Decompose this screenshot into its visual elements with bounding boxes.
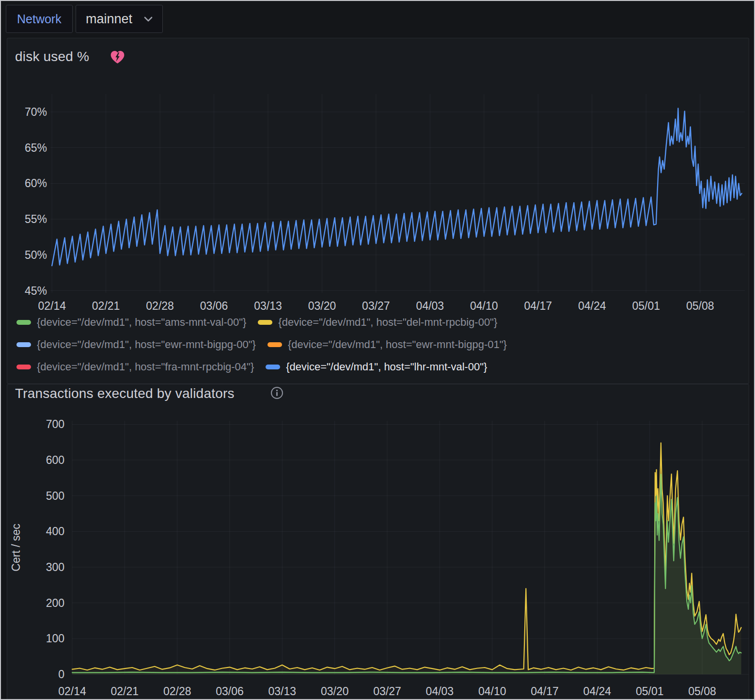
svg-text:03/13: 03/13 xyxy=(254,300,282,312)
legend-series-swatch xyxy=(16,365,31,369)
legend-series-swatch xyxy=(266,365,280,369)
svg-text:65%: 65% xyxy=(25,142,47,154)
legend-series-swatch xyxy=(258,320,272,325)
legend-item[interactable]: {device="/dev/md1", host="fra-mnt-rpcbig… xyxy=(16,359,254,375)
svg-text:03/20: 03/20 xyxy=(321,685,349,698)
svg-text:05/08: 05/08 xyxy=(688,685,716,698)
legend-series-label: {device="/dev/md1", host="ams-mnt-val-00… xyxy=(37,316,246,329)
network-variable-label[interactable]: Network xyxy=(6,5,73,33)
legend-series-label: {device="/dev/md1", host="fra-mnt-rpcbig… xyxy=(37,361,254,373)
svg-text:03/06: 03/06 xyxy=(216,685,244,698)
svg-text:02/21: 02/21 xyxy=(111,685,139,698)
legend-item[interactable]: {device="/dev/md1", host="lhr-mnt-val-00… xyxy=(266,359,487,375)
svg-text:05/01: 05/01 xyxy=(636,685,664,698)
legend-series-label: {device="/dev/md1", host="ewr-mnt-bigpg-… xyxy=(37,338,256,351)
svg-text:500: 500 xyxy=(46,490,64,502)
svg-text:400: 400 xyxy=(46,525,64,538)
panel-transactions: Transactions executed by validators 0100… xyxy=(7,384,749,700)
svg-text:04/03: 04/03 xyxy=(426,685,454,698)
disk-used-legend: {device="/dev/md1", host="ams-mnt-val-00… xyxy=(16,315,742,375)
legend-item[interactable]: {device="/dev/md1", host="del-mnt-rpcbig… xyxy=(258,315,497,330)
svg-text:02/14: 02/14 xyxy=(58,685,86,698)
variables-toolbar: Network mainnet xyxy=(1,1,754,38)
svg-text:Cert / sec: Cert / sec xyxy=(10,524,22,571)
svg-text:45%: 45% xyxy=(25,285,47,297)
svg-text:02/28: 02/28 xyxy=(146,300,174,312)
svg-text:55%: 55% xyxy=(25,213,47,225)
legend-series-swatch xyxy=(16,342,31,347)
svg-text:70%: 70% xyxy=(25,106,47,118)
legend-item[interactable]: {device="/dev/md1", host="ewr-mnt-bigpg-… xyxy=(16,337,256,352)
legend-series-label: {device="/dev/md1", host="ewr-mnt-bigpg-… xyxy=(288,338,507,351)
svg-text:200: 200 xyxy=(46,597,64,609)
svg-text:04/10: 04/10 xyxy=(470,300,498,312)
svg-text:05/08: 05/08 xyxy=(686,300,714,312)
legend-item[interactable]: {device="/dev/md1", host="ewr-mnt-bigpg-… xyxy=(267,337,507,352)
legend-series-swatch xyxy=(267,342,282,347)
legend-item[interactable]: {device="/dev/md1", host="ams-mnt-val-00… xyxy=(16,315,246,330)
svg-text:05/01: 05/01 xyxy=(632,300,660,312)
svg-text:600: 600 xyxy=(46,454,64,466)
svg-text:700: 700 xyxy=(46,418,64,430)
panel-disk-used: disk used % 45%50%55%60%65%70%02/1402/21… xyxy=(7,38,749,384)
svg-text:03/20: 03/20 xyxy=(308,300,336,312)
chevron-down-icon xyxy=(144,16,153,22)
svg-text:04/24: 04/24 xyxy=(583,685,612,698)
svg-text:300: 300 xyxy=(46,561,64,573)
svg-text:02/28: 02/28 xyxy=(163,685,191,698)
network-variable-dropdown[interactable]: mainnet xyxy=(76,5,163,33)
legend-series-label: {device="/dev/md1", host="lhr-mnt-val-00… xyxy=(286,361,487,373)
legend-series-label: {device="/dev/md1", host="del-mnt-rpcbig… xyxy=(278,316,497,329)
svg-text:04/24: 04/24 xyxy=(578,300,606,312)
svg-text:50%: 50% xyxy=(25,249,47,261)
svg-text:0: 0 xyxy=(58,668,64,681)
svg-text:03/13: 03/13 xyxy=(268,685,297,698)
svg-text:100: 100 xyxy=(46,632,64,645)
svg-text:04/10: 04/10 xyxy=(478,685,506,698)
svg-text:03/27: 03/27 xyxy=(373,685,401,698)
svg-text:03/27: 03/27 xyxy=(362,300,390,312)
svg-text:04/17: 04/17 xyxy=(531,685,559,698)
svg-text:04/03: 04/03 xyxy=(416,300,444,312)
svg-text:02/14: 02/14 xyxy=(38,300,66,312)
svg-text:02/21: 02/21 xyxy=(92,300,120,312)
svg-text:60%: 60% xyxy=(25,177,47,190)
legend-series-swatch xyxy=(16,320,31,325)
svg-text:04/17: 04/17 xyxy=(524,300,552,312)
svg-text:03/06: 03/06 xyxy=(200,300,228,312)
grafana-dashboard: Network mainnet disk used % 45%50%55%60%… xyxy=(0,0,755,700)
network-variable-value: mainnet xyxy=(86,12,132,27)
transactions-chart[interactable]: 010020030040050060070002/1402/2102/2803/… xyxy=(7,384,749,700)
